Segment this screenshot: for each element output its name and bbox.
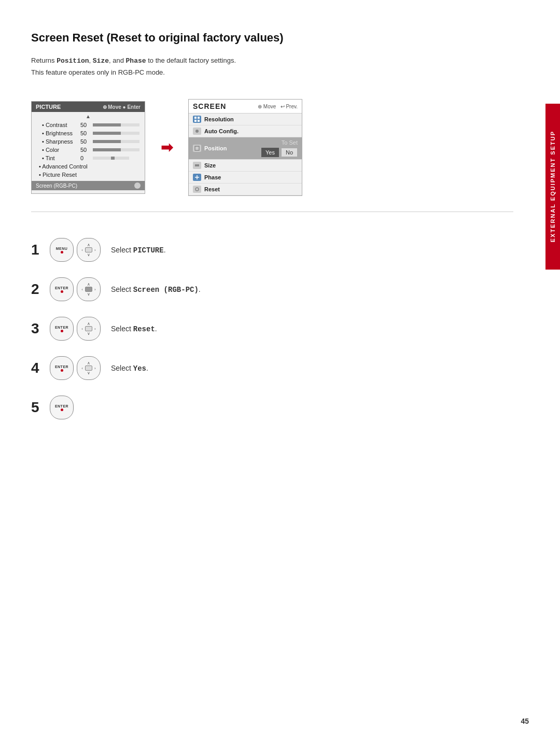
svg-point-9 <box>195 188 199 191</box>
page-title: Screen Reset (Reset to original factory … <box>31 31 513 45</box>
autoconfig-label: Auto Config. <box>204 128 298 134</box>
tint-value: 0 <box>80 155 91 161</box>
svg-rect-0 <box>194 117 197 119</box>
svg-rect-3 <box>198 120 200 122</box>
nav-center-4 <box>85 365 92 371</box>
step-3-enter-btn[interactable]: ENTER <box>50 317 74 341</box>
step-2-nav-btn[interactable]: ∧ ‹ › ∨ <box>77 277 101 301</box>
autoconfig-row: Auto Config. <box>189 125 302 137</box>
phase-row: Phase <box>189 172 302 184</box>
reset-label: Reset <box>204 186 298 192</box>
size-icon <box>193 162 201 169</box>
position-icon <box>193 145 201 152</box>
tint-bar <box>93 157 129 160</box>
nav-right-4: › <box>94 366 96 371</box>
nav-center <box>85 247 92 252</box>
screen-menu-header: SCREEN ⊕ Move ↩ Prev. <box>189 100 302 114</box>
page-number: 45 <box>521 717 529 725</box>
picture-menu-footer: Screen (RGB-PC) <box>32 181 145 190</box>
nav-lr-arrows: ‹ › <box>81 247 95 252</box>
color-row: • Color 50 <box>32 146 145 154</box>
enter-btn-label-5: ENTER <box>55 404 68 408</box>
step-1-number: 1 <box>31 242 39 258</box>
enter-btn-label-2: ENTER <box>55 286 68 290</box>
position-row: Position To Set Yes No <box>189 137 302 160</box>
step-5-number: 5 <box>31 399 39 416</box>
mockup-area: PICTURE ⊕ Move ● Enter ▲ • Contrast 50 •… <box>31 99 513 212</box>
step-2-buttons: ENTER ∧ ‹ › ∨ <box>50 277 101 301</box>
contrast-label: • Contrast <box>42 122 78 128</box>
step-1-nav-btn[interactable]: ∧ ‹ › ∨ <box>77 238 101 262</box>
nav-down-3: ∨ <box>87 331 90 336</box>
step-3-buttons: ENTER ∧ ‹ › ∨ <box>50 317 101 341</box>
svg-rect-6 <box>195 164 199 166</box>
color-label: • Color <box>42 147 78 153</box>
step-4-bold: Yes <box>133 364 146 373</box>
color-bar-fill <box>93 148 121 151</box>
sharpness-row: • Sharpness 50 <box>32 137 145 146</box>
resolution-icon <box>193 116 201 123</box>
step-3-bold: Reset <box>133 325 155 333</box>
nav-lr-4: ‹ › <box>81 365 95 371</box>
steps-section: 1 MENU ∧ ‹ › ∨ Select PICTURE. <box>31 228 513 419</box>
nav-lr-3: ‹ › <box>81 326 95 331</box>
step-4-nav-btn[interactable]: ∧ ‹ › ∨ <box>77 356 101 380</box>
brightness-bar-fill <box>93 132 121 135</box>
step-2-enter-btn[interactable]: ENTER <box>50 277 74 301</box>
contrast-row: • Contrast 50 <box>32 121 145 129</box>
brightness-value: 50 <box>80 130 91 136</box>
main-content: Screen Reset (Reset to original factory … <box>0 0 544 466</box>
sharpness-value: 50 <box>80 138 91 145</box>
position-label: Position <box>204 145 258 151</box>
to-set-label: To Set <box>282 139 298 146</box>
nav-down-arrow: ∨ <box>87 252 90 257</box>
brightness-label: • Brightness <box>42 130 78 136</box>
step-5: 5 ENTER <box>31 396 513 419</box>
picture-reset-item: Picture Reset <box>32 171 145 179</box>
nav-left: ‹ <box>81 248 83 252</box>
description-line2: This feature operates only in RGB-PC mod… <box>31 67 513 78</box>
color-bar <box>93 148 139 151</box>
side-tab: EXTERNAL EQUIPMENT SETUP <box>545 104 560 270</box>
menu-btn-dot <box>61 251 63 254</box>
size-row: Size <box>189 160 302 172</box>
nav-right-2: › <box>94 287 96 292</box>
contrast-bar-fill <box>93 123 121 126</box>
nav-up-3: ∧ <box>87 321 90 326</box>
screen-menu: SCREEN ⊕ Move ↩ Prev. Resolution Auto Co… <box>188 99 302 196</box>
step-1: 1 MENU ∧ ‹ › ∨ Select PICTURE. <box>31 238 513 262</box>
screen-rgb-pc-label: Screen (RGB-PC) <box>36 183 77 189</box>
step-5-enter-btn[interactable]: ENTER <box>50 396 74 419</box>
step-4-enter-btn[interactable]: ENTER <box>50 356 74 380</box>
side-tab-label: EXTERNAL EQUIPMENT SETUP <box>550 131 556 242</box>
enter-btn-dot-4 <box>61 369 63 372</box>
step-1-menu-btn[interactable]: MENU <box>50 238 74 262</box>
step-4-number: 4 <box>31 360 39 376</box>
description: Returns Position, Size, and Phase to the… <box>31 55 513 78</box>
picture-menu-nav: ⊕ Move ● Enter <box>103 104 141 110</box>
step-3: 3 ENTER ∧ ‹ › ∨ Select Reset. <box>31 317 513 341</box>
nav-down-2: ∨ <box>87 292 90 297</box>
autoconfig-icon <box>193 128 201 135</box>
picture-menu: PICTURE ⊕ Move ● Enter ▲ • Contrast 50 •… <box>31 101 145 194</box>
size-label: Size <box>204 162 298 168</box>
tint-row: • Tint 0 <box>32 154 145 162</box>
step-4-text: Select Yes. <box>111 364 148 373</box>
enter-btn-label-4: ENTER <box>55 365 68 369</box>
no-button[interactable]: No <box>281 148 298 157</box>
step-2-bold: Screen (RGB-PC) <box>133 286 199 294</box>
yes-button[interactable]: Yes <box>261 148 279 157</box>
nav-up-2: ∧ <box>87 282 90 287</box>
yes-no-buttons: Yes No <box>261 148 298 157</box>
enter-btn-dot-3 <box>61 330 63 332</box>
nav-right-3: › <box>94 327 96 331</box>
step-3-nav-btn[interactable]: ∧ ‹ › ∨ <box>77 317 101 341</box>
arrow-right: ➡ <box>161 139 173 156</box>
bold-size: Size <box>93 57 109 65</box>
nav-left-2: ‹ <box>81 287 83 292</box>
step-1-buttons: MENU ∧ ‹ › ∨ <box>50 238 101 262</box>
nav-down-4: ∨ <box>87 371 90 375</box>
svg-point-4 <box>195 130 199 133</box>
bold-position: Position <box>57 57 89 65</box>
svg-rect-1 <box>198 117 200 119</box>
